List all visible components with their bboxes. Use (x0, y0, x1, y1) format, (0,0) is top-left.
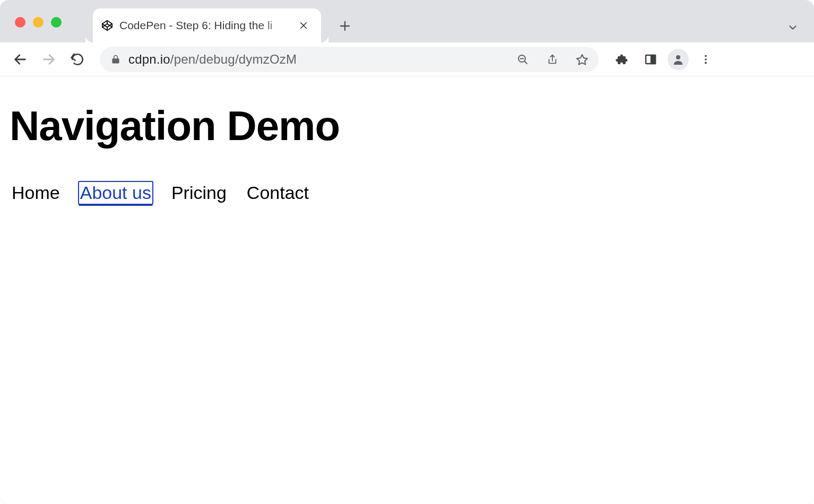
chevron-down-icon[interactable] (783, 18, 802, 37)
url-text: cdpn.io/pen/debug/dymzOzM (128, 52, 297, 67)
svg-marker-12 (577, 55, 587, 65)
reload-button[interactable] (65, 47, 90, 72)
extensions-icon[interactable] (610, 48, 634, 71)
back-button[interactable] (7, 47, 33, 72)
nav-link-about-us[interactable]: About us (78, 181, 153, 205)
demo-nav: Home About us Pricing Contact (10, 181, 804, 205)
svg-point-16 (705, 55, 707, 57)
browser-tab-strip: CodePen - Step 6: Hiding the li (0, 0, 814, 42)
browser-tab-title: CodePen - Step 6: Hiding the li (119, 19, 289, 32)
kebab-menu-icon[interactable] (694, 48, 717, 71)
svg-line-10 (524, 61, 527, 64)
share-icon[interactable] (541, 48, 564, 71)
address-bar[interactable]: cdpn.io/pen/debug/dymzOzM (100, 47, 599, 72)
window-controls (15, 17, 62, 28)
star-icon[interactable] (571, 48, 593, 71)
new-tab-button[interactable] (333, 14, 357, 38)
window-zoom-button[interactable] (51, 17, 62, 28)
browser-tab[interactable]: CodePen - Step 6: Hiding the li (93, 8, 321, 42)
zoom-out-icon[interactable] (512, 48, 534, 71)
svg-rect-14 (651, 55, 655, 64)
window-close-button[interactable] (15, 17, 25, 28)
nav-link-home[interactable]: Home (10, 181, 62, 205)
svg-point-17 (705, 58, 707, 60)
svg-point-15 (676, 55, 680, 59)
nav-link-pricing[interactable]: Pricing (169, 181, 229, 205)
url-host: cdpn.io (128, 52, 170, 66)
browser-toolbar: cdpn.io/pen/debug/dymzOzM (0, 42, 814, 76)
window-minimize-button[interactable] (33, 17, 44, 28)
codepen-icon (101, 20, 113, 31)
forward-button[interactable] (36, 47, 62, 72)
toolbar-right (610, 48, 717, 71)
side-panel-icon[interactable] (639, 48, 662, 71)
lock-icon (110, 54, 121, 65)
svg-point-18 (705, 62, 707, 64)
page-title: Navigation Demo (10, 102, 804, 150)
profile-avatar[interactable] (668, 49, 689, 70)
nav-link-contact[interactable]: Contact (245, 181, 311, 205)
url-path: /pen/debug/dymzOzM (170, 52, 297, 66)
page-content: Navigation Demo Home About us Pricing Co… (0, 76, 814, 205)
close-icon[interactable] (296, 18, 311, 33)
